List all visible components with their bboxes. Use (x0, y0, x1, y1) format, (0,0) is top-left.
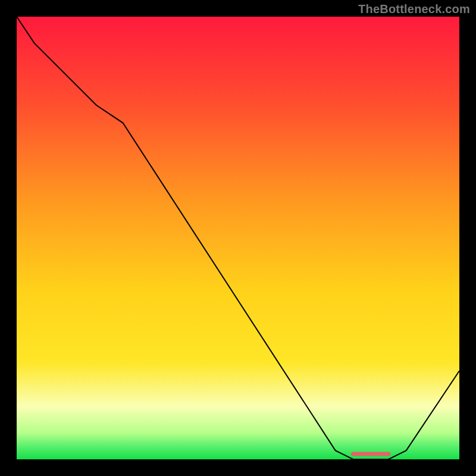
chart-svg (17, 17, 459, 459)
attribution-text: TheBottleneck.com (358, 2, 470, 16)
gradient-background (17, 17, 459, 459)
chart-frame: TheBottleneck.com (0, 0, 476, 476)
plot-area (17, 17, 459, 459)
